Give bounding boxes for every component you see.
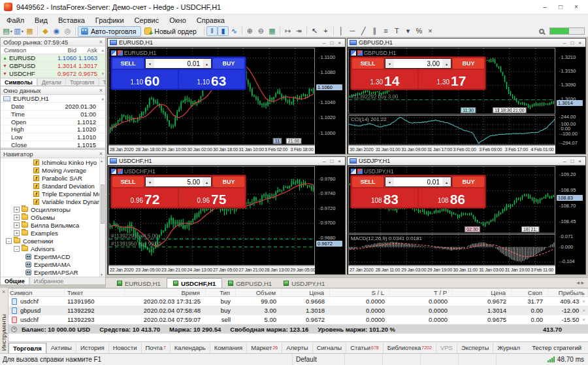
zoom-out-icon[interactable]: ⊖ <box>255 26 267 36</box>
navigator-item[interactable]: Moving Average <box>1 166 105 174</box>
scroll-up-icon[interactable]: ▴ <box>101 48 104 53</box>
buy-price[interactable]: 10886 <box>419 188 484 207</box>
table-column-header[interactable]: Время <box>125 288 206 296</box>
new-order-button[interactable]: Новый ордер <box>141 26 202 37</box>
volume-decrease-icon[interactable] <box>385 59 394 68</box>
table-column-header[interactable]: S / L <box>330 288 390 296</box>
navigator-item[interactable]: -Advisors <box>1 245 105 252</box>
navigator-item[interactable]: -Советники <box>1 237 105 245</box>
toolbox-tab[interactable]: Торговля <box>8 343 46 353</box>
connection-status[interactable]: 48.70 ms <box>547 356 588 363</box>
restore-icon[interactable] <box>330 40 333 46</box>
close-icon[interactable] <box>2 289 5 295</box>
chart-window-titlebar[interactable]: GBPUSD,H1 <box>348 39 585 47</box>
close-icon[interactable] <box>338 40 341 46</box>
toolbox-tab[interactable]: История <box>76 343 108 353</box>
volume-input[interactable] <box>154 59 203 68</box>
sell-price[interactable]: 10883 <box>352 188 417 207</box>
toolbox-tab[interactable]: Алерты <box>282 343 312 353</box>
table-column-header[interactable]: Своп <box>512 288 548 296</box>
expand-icon[interactable]: + <box>14 207 20 213</box>
chart-window-gbpusd[interactable]: GBPUSD,H1 GBPUSD,H1 SELLBUY1.30141.3017 … <box>347 38 586 154</box>
table-column-header[interactable]: Символ <box>8 288 65 296</box>
buy-button[interactable]: BUY <box>453 58 484 69</box>
column-ask[interactable]: Ask <box>76 46 105 54</box>
channel-icon[interactable]: ∥ <box>369 26 380 36</box>
scroll-down-icon[interactable]: ▾ <box>101 71 104 77</box>
data-folder-icon[interactable]: ▦ <box>24 26 35 36</box>
volume-stepper[interactable] <box>145 177 212 187</box>
menu-item[interactable]: Вставка <box>53 16 90 24</box>
toolbox-tab[interactable]: Новости <box>108 343 141 353</box>
chart-window-titlebar[interactable]: USDJPY,H1 <box>348 157 585 165</box>
volume-increase-icon[interactable] <box>203 177 211 186</box>
market-watch-row[interactable]: ▲EURUSD1.10601.1063 <box>1 54 105 62</box>
navigator-item[interactable]: Standard Deviation <box>1 182 105 190</box>
market-icon[interactable]: ◆ <box>40 26 51 36</box>
candlestick-chart[interactable]: USDCHF,H1 SELLBUY0.96720.9675 <box>108 166 315 266</box>
column-symbol[interactable]: Символ <box>1 46 48 54</box>
toolbox-tab[interactable]: VPS <box>436 343 457 353</box>
navigator-tab[interactable]: Общие <box>1 277 29 285</box>
table-column-header[interactable]: Тикет <box>65 288 125 296</box>
market-watch-row[interactable]: ▼GBPUSD1.30141.3017 <box>1 62 105 70</box>
market-watch-row[interactable]: ▼USDCHF0.96720.9675▾ <box>1 70 105 78</box>
column-bid[interactable]: Bid <box>48 46 76 54</box>
chart-window-eurusd[interactable]: EURUSD,H1 EURUSD,H1 SELLBUY1.10601.1063 … <box>107 38 346 154</box>
candlestick-chart[interactable]: GBPUSD,H1 SELLBUY1.30141.3017 <box>348 48 555 114</box>
candlestick-icon[interactable]: ▮ <box>218 26 229 36</box>
buy-price[interactable]: 0.9675 <box>179 188 244 207</box>
buy-price[interactable]: 1.1063 <box>179 70 244 88</box>
navigator-item[interactable]: +Билла Вильямса <box>1 221 105 229</box>
toolbox-tab[interactable]: Сигналы <box>312 343 346 353</box>
toolbox-tab[interactable]: Журнал <box>493 343 524 353</box>
tile-windows-icon[interactable]: ▦ <box>267 26 278 36</box>
navigator-item[interactable]: Parabolic SAR <box>1 174 105 182</box>
collapse-icon[interactable]: - <box>14 246 20 252</box>
chart-shift-icon[interactable]: ↠ <box>293 26 304 36</box>
expand-summary-icon[interactable] <box>11 326 17 332</box>
volume-decrease-icon[interactable] <box>146 59 154 68</box>
navigator-item[interactable]: Ichimoku Kinko Hyo <box>1 158 105 166</box>
toolbox-tab[interactable]: Маркет26 <box>246 343 282 353</box>
menu-item[interactable]: Окно <box>164 16 191 24</box>
chart-tab[interactable]: USDCHF,H1 <box>167 278 222 288</box>
table-column-header[interactable]: Объем <box>236 288 282 296</box>
sell-button[interactable]: SELL <box>112 58 144 69</box>
minimize-icon[interactable] <box>563 158 566 164</box>
navigator-item[interactable]: ExpertMAPSARSizeOptim <box>1 276 105 277</box>
close-position-icon[interactable] <box>582 317 585 322</box>
chart-tab[interactable]: EURUSD,H1 <box>111 279 167 288</box>
buy-button[interactable]: BUY <box>213 177 244 187</box>
scrollbar-thumb[interactable] <box>101 184 105 224</box>
volume-increase-icon[interactable] <box>442 59 451 68</box>
toolbox-tab[interactable]: Активы <box>46 343 76 353</box>
volume-stepper[interactable] <box>145 58 212 69</box>
toolbox-tab[interactable]: Почта7 <box>141 343 170 353</box>
sell-price[interactable]: 1.1060 <box>112 70 178 88</box>
cursor-icon[interactable]: ↖ <box>309 26 320 36</box>
chart-window-titlebar[interactable]: EURUSD,H1 <box>108 39 345 47</box>
volume-stepper[interactable] <box>385 58 451 69</box>
close-button[interactable] <box>568 2 584 12</box>
menu-item[interactable]: Файл <box>1 16 29 24</box>
zoom-in-icon[interactable]: ⊕ <box>244 26 255 36</box>
toolbox-tab[interactable]: Библиотека7202 <box>383 343 436 353</box>
toolbox-tab[interactable]: Компания <box>210 343 246 353</box>
navigator-item[interactable]: ExpertMAPSAR <box>1 268 105 276</box>
signals-icon[interactable]: ◎ <box>62 26 73 36</box>
volume-input[interactable] <box>394 59 442 68</box>
percent-icon[interactable]: % <box>414 26 425 36</box>
macd-indicator-chart[interactable]: MACD(12,26,9) 0.0341 0.0181 <box>348 234 555 266</box>
toolbox-vertical-tab[interactable]: Инструменты <box>1 314 7 351</box>
restore-icon[interactable] <box>330 158 333 164</box>
expand-icon[interactable]: + <box>14 222 20 228</box>
collapse-icon[interactable]: - <box>6 238 12 244</box>
strategy-tester-label[interactable]: Тестер стратегий <box>532 344 588 351</box>
market-watch-tab[interactable]: Детали <box>37 78 65 86</box>
volume-decrease-icon[interactable] <box>146 177 154 186</box>
close-icon[interactable] <box>99 151 103 157</box>
market-watch-tab[interactable]: Тики <box>99 78 106 86</box>
market-watch-tab[interactable]: Торговля <box>65 78 99 86</box>
buy-price[interactable]: 1.3017 <box>419 70 484 88</box>
